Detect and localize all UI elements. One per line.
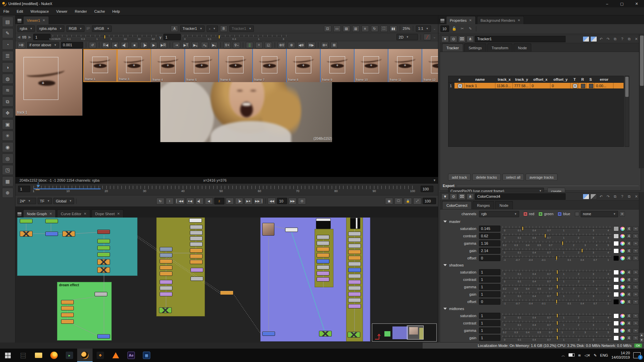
node[interactable]	[285, 228, 298, 232]
param-slider[interactable]: 00.10.40.71234	[502, 233, 611, 239]
file-explorer-icon[interactable]	[31, 349, 46, 362]
pane-menu-icon[interactable]	[17, 212, 22, 217]
node[interactable]	[190, 236, 203, 241]
node[interactable]	[97, 267, 110, 273]
node[interactable]	[61, 313, 74, 317]
node[interactable]	[190, 225, 203, 229]
t-checkbox[interactable]: ✕	[573, 84, 577, 88]
param-value-field[interactable]: 1	[479, 320, 500, 326]
node[interactable]	[348, 244, 361, 248]
node[interactable]	[97, 252, 110, 257]
blue-app-icon[interactable]: ▦	[139, 349, 154, 362]
b-input-dropdown[interactable]: Tracker1▼	[229, 25, 254, 32]
tab-transform[interactable]: Transform	[487, 44, 513, 52]
tab-settings[interactable]: Settings	[464, 44, 486, 52]
color-swatch[interactable]	[613, 270, 619, 275]
viewer-mode-dropdown[interactable]: 2D▼	[396, 34, 418, 40]
color-swatch[interactable]	[613, 277, 619, 282]
color-wheel-icon[interactable]	[620, 256, 625, 261]
gain-fstop-label[interactable]: f/8	[22, 35, 26, 39]
timeline-zoom-field[interactable]: 100	[423, 198, 436, 204]
s-checkbox[interactable]: ✕	[589, 84, 593, 88]
node[interactable]	[190, 254, 203, 258]
menu-file[interactable]: File	[3, 9, 9, 13]
proxy-dropdown[interactable]: 1:1▼	[416, 25, 431, 32]
node[interactable]	[190, 260, 203, 264]
mask-checkbox[interactable]: ✕	[575, 212, 579, 216]
node[interactable]	[160, 280, 172, 284]
slider-handle[interactable]	[562, 241, 564, 245]
tab-properties[interactable]: Properties✕	[446, 16, 476, 24]
ab-blend-dropdown[interactable]: -▼	[207, 25, 218, 32]
curve-button[interactable]: ~	[633, 277, 639, 282]
keyframe-thumb[interactable]: +frame 9	[320, 49, 354, 82]
range-dropdown[interactable]: Global▼	[53, 198, 74, 204]
backdrop-teal[interactable]	[17, 218, 138, 276]
node[interactable]	[348, 280, 361, 284]
backdrop-dream-effect[interactable]: dream effect	[57, 282, 112, 341]
roi-icon[interactable]: ⛶	[380, 25, 388, 32]
edit-panels-icon[interactable]: ✎	[467, 26, 473, 31]
orange-app-icon[interactable]: ❖	[93, 349, 108, 362]
node[interactable]	[262, 331, 275, 336]
param-slider[interactable]: 00.10.40.71234	[502, 225, 611, 232]
section-shadows[interactable]: shadows	[440, 262, 641, 268]
green-checkbox[interactable]: ✕	[538, 212, 543, 216]
node[interactable]	[348, 232, 361, 236]
start-button[interactable]	[0, 349, 15, 362]
channel-mask-swatch[interactable]	[583, 36, 589, 42]
curve-button[interactable]: ~	[633, 241, 639, 246]
slider-handle[interactable]	[556, 270, 558, 274]
clear-panels-icon[interactable]: ✂	[459, 26, 465, 31]
color-swatch[interactable]	[613, 226, 619, 231]
slider-handle[interactable]	[556, 256, 557, 260]
scroll-down-icon[interactable]: ▼	[640, 338, 644, 342]
color-swatch[interactable]	[613, 313, 619, 318]
gain-next-icon[interactable]: ▶	[29, 35, 31, 39]
lut-dropdown[interactable]: sRGB▼	[92, 25, 112, 32]
channels-dropdown[interactable]: rgba▼	[17, 25, 35, 32]
play-backward-icon[interactable]: ◀	[205, 198, 213, 204]
color-swatch[interactable]	[613, 336, 619, 341]
refresh-icon[interactable]: ↻	[371, 25, 378, 32]
frame-out-field[interactable]: 100	[421, 186, 433, 192]
time-tools-icon[interactable]: ◔	[2, 40, 13, 50]
track-selected-icon[interactable]: ▶ₐ	[192, 42, 199, 48]
stop-tracking-icon[interactable]: ■	[131, 42, 138, 48]
undo-icon[interactable]: ↶	[598, 37, 604, 41]
wipe-icon[interactable]: ⊡	[324, 25, 331, 32]
clip-out-icon[interactable]: ⇥	[173, 42, 180, 48]
tray-expand-icon[interactable]: ︿	[561, 353, 565, 358]
hide-input-icon[interactable]: ⌧	[458, 193, 466, 200]
node[interactable]	[190, 242, 203, 246]
menu-cache[interactable]: Cache	[94, 9, 105, 13]
add-track-button[interactable]: add track	[448, 174, 471, 181]
slider-handle[interactable]	[556, 299, 557, 304]
param-value-field[interactable]: 0	[479, 299, 500, 305]
red-checkbox[interactable]: ✕	[523, 212, 528, 216]
thumbnail-node[interactable]	[262, 223, 274, 236]
node[interactable]	[348, 268, 361, 272]
node-name-field[interactable]: Tracker1	[475, 36, 566, 42]
keyframe-thumb[interactable]: +frame 6	[219, 49, 253, 82]
curve-button[interactable]: ~	[633, 285, 639, 290]
node[interactable]	[160, 253, 172, 257]
node[interactable]	[97, 246, 110, 250]
traffic-light-icon[interactable]: ⣿	[246, 42, 253, 48]
playhead[interactable]: 2	[35, 182, 42, 187]
node[interactable]	[160, 259, 172, 263]
split-channels-button[interactable]: 4	[626, 226, 632, 231]
lock-range-icon[interactable]: 🔒	[404, 198, 412, 204]
delete-tracks-button[interactable]: delete tracks	[472, 174, 500, 181]
node[interactable]	[20, 231, 33, 237]
split-channels-button[interactable]: 4	[626, 328, 632, 333]
frame-in-field[interactable]: 1	[18, 186, 30, 192]
revert-icon[interactable]: ⧉	[612, 37, 618, 41]
node[interactable]	[348, 286, 361, 290]
jump-forward-icon[interactable]: ▶▶	[288, 198, 297, 204]
next-keyframe-icon[interactable]: ▶●	[245, 198, 253, 204]
keyframe-thumb[interactable]: +frame 8	[286, 49, 320, 82]
maximize-button[interactable]: ▢	[614, 0, 629, 7]
merge-tools-icon[interactable]: ⧉	[2, 97, 13, 107]
language-indicator[interactable]: ENG	[600, 353, 608, 357]
